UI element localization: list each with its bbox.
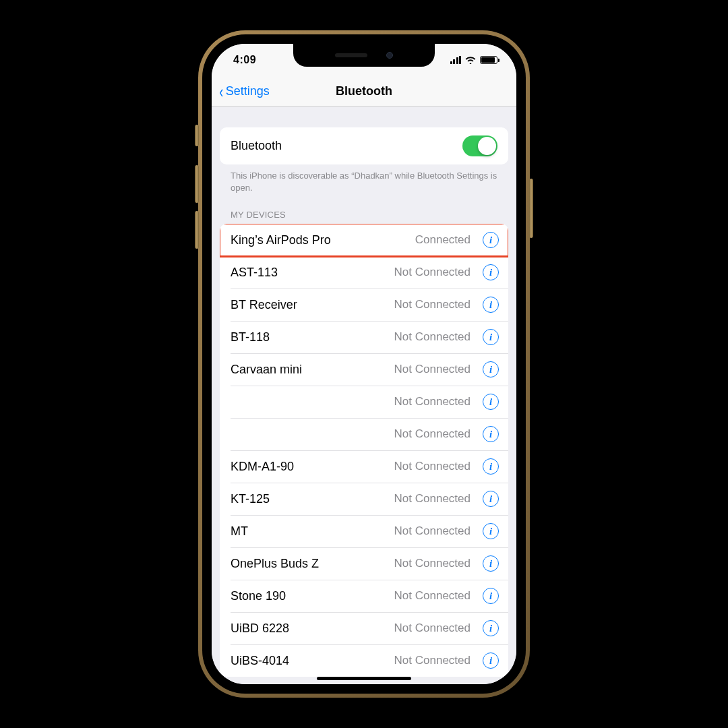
device-status: Not Connected [394,330,471,344]
back-label: Settings [226,84,270,98]
battery-icon [480,56,497,64]
info-icon[interactable]: i [483,297,499,313]
device-name: KT-125 [231,492,388,506]
home-indicator[interactable] [317,677,411,680]
info-icon[interactable]: i [483,329,499,345]
volume-up-button [195,165,199,203]
device-status: Not Connected [394,621,471,635]
mute-switch [195,125,199,146]
device-status: Not Connected [394,298,471,311]
device-name: BT-118 [231,330,388,344]
device-row[interactable]: Not Connectedi [220,386,508,418]
device-row[interactable]: KDM-A1-90Not Connectedi [220,450,508,483]
screen: 4:09 ‹ Settings Bluetooth [212,44,516,684]
device-name: Stone 190 [231,589,388,603]
device-name: UiBS-4014 [231,654,388,668]
device-row[interactable]: MTNot Connectedi [220,515,508,547]
nav-bar: ‹ Settings Bluetooth [212,76,516,107]
device-name: KDM-A1-90 [231,460,388,474]
device-row[interactable]: BT ReceiverNot Connectedi [220,289,508,321]
device-row[interactable]: Stone 190Not Connectedi [220,580,508,612]
switch-knob [478,137,496,155]
info-icon[interactable]: i [483,523,499,539]
info-icon[interactable]: i [483,458,499,475]
volume-down-button [195,211,199,249]
info-icon[interactable]: i [483,264,499,280]
discoverable-footnote: This iPhone is discoverable as “Dhadkan”… [212,164,516,193]
device-status: Not Connected [394,363,471,376]
status-time: 4:09 [228,54,256,66]
bluetooth-switch[interactable] [462,135,497,156]
device-name: UiBD 6228 [231,621,388,636]
device-status: Not Connected [394,395,471,408]
info-icon[interactable]: i [483,426,499,442]
phone-frame: 4:09 ‹ Settings Bluetooth [198,30,530,698]
info-icon[interactable]: i [483,620,499,636]
device-status: Not Connected [394,557,471,570]
device-row[interactable]: UiBS-4014Not Connectedi [220,644,508,677]
device-status: Not Connected [394,654,471,667]
info-icon[interactable]: i [483,491,499,507]
info-icon[interactable]: i [483,232,499,248]
chevron-left-icon: ‹ [219,83,223,100]
info-icon[interactable]: i [483,394,499,410]
device-row[interactable]: OnePlus Buds ZNot Connectedi [220,547,508,580]
device-name: Carvaan mini [231,363,388,377]
back-button[interactable]: ‹ Settings [212,83,270,100]
device-status: Not Connected [394,524,471,538]
bluetooth-toggle-row[interactable]: Bluetooth [220,127,508,164]
cellular-signal-icon [450,56,462,64]
device-status: Connected [415,233,471,247]
info-icon[interactable]: i [483,361,499,377]
device-name: BT Receiver [231,298,388,312]
info-icon[interactable]: i [483,653,499,669]
info-icon[interactable]: i [483,588,499,604]
wifi-icon [465,56,476,64]
device-row[interactable]: King’s AirPods ProConnectedi [220,224,508,256]
device-row[interactable]: Carvaan miniNot Connectedi [220,353,508,386]
device-status: Not Connected [394,460,471,473]
device-name: MT [231,524,388,539]
section-header-my-devices: MY DEVICES [212,193,516,224]
power-button [529,179,533,238]
device-status: Not Connected [394,427,471,441]
device-row[interactable]: KT-125Not Connectedi [220,483,508,515]
device-row[interactable]: BT-118Not Connectedi [220,321,508,353]
info-icon[interactable]: i [483,555,499,572]
device-name: OnePlus Buds Z [231,557,388,571]
device-list: King’s AirPods ProConnectediAST-113Not C… [220,224,508,677]
device-name: AST-113 [231,266,388,280]
device-status: Not Connected [394,266,471,279]
device-status: Not Connected [394,492,471,506]
toggle-label: Bluetooth [231,139,282,153]
device-row[interactable]: AST-113Not Connectedi [220,256,508,289]
device-row[interactable]: Not Connectedi [220,418,508,450]
notch [293,44,435,67]
device-name: King’s AirPods Pro [231,233,408,247]
device-status: Not Connected [394,589,471,603]
device-row[interactable]: UiBD 6228Not Connectedi [220,612,508,644]
content-area: Bluetooth This iPhone is discoverable as… [212,107,516,684]
